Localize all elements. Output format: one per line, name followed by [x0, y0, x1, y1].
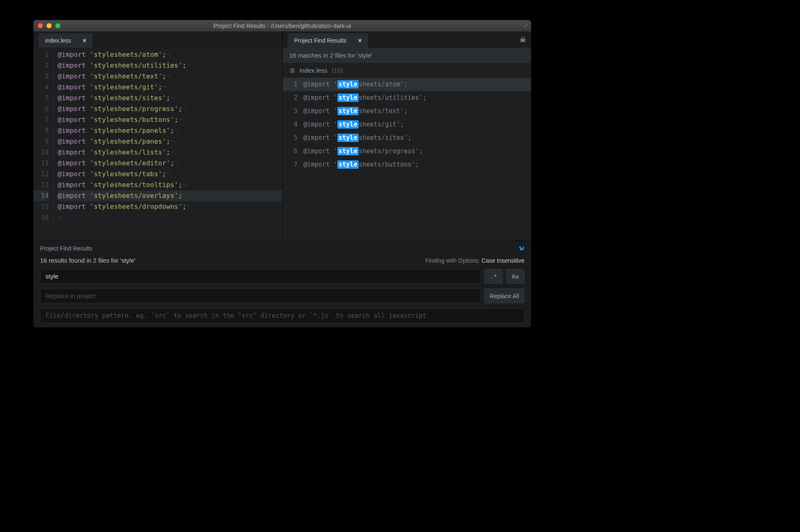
app-window: Project Find Results - /Users/ben/github… — [33, 20, 531, 327]
line-number: 4 — [33, 82, 49, 93]
results-file-count: (15) — [332, 67, 343, 74]
tab-title: Project Find Results — [294, 37, 347, 44]
find-options-label: Finding with Options: Case Insensitive — [425, 257, 524, 264]
line-number: 16 — [33, 212, 49, 223]
line-number: 5 — [33, 93, 49, 104]
result-row[interactable]: 6@import 'stylesheets/progress'; — [283, 144, 532, 158]
find-panel: Project Find Results 🐿 16 results found … — [33, 241, 531, 327]
line-number: 9 — [33, 136, 49, 147]
zoom-window-button[interactable] — [55, 23, 61, 28]
result-row[interactable]: 7@import 'stylesheets/buttons'; — [283, 158, 532, 171]
code-line[interactable]: @import 'stylesheets/panes';¬ — [58, 136, 282, 147]
code-body[interactable]: @import 'stylesheets/atom';¬@import 'sty… — [53, 48, 282, 241]
split-pane: index.less × 12345678910111213141516 @im… — [33, 32, 531, 241]
replace-all-button[interactable]: Replace All — [484, 289, 524, 303]
line-number: 8 — [33, 125, 49, 136]
line-number: 3 — [33, 71, 49, 82]
search-input[interactable] — [40, 269, 481, 284]
line-number: 2 — [33, 60, 49, 71]
line-number-gutter: 12345678910111213141516 — [33, 48, 53, 241]
line-number: 13 — [33, 180, 49, 190]
close-icon[interactable]: × — [83, 37, 86, 44]
result-line-number: 4 — [289, 121, 298, 128]
result-text: @import 'stylesheets/git'; — [304, 121, 404, 128]
result-text: @import 'stylesheets/text'; — [304, 107, 408, 115]
tab-index-less[interactable]: index.less × — [38, 33, 93, 48]
result-text: @import 'stylesheets/progress'; — [304, 147, 423, 155]
results-file-header[interactable]: 🗎 index.less (15) — [283, 63, 532, 78]
minimize-window-button[interactable] — [46, 23, 52, 28]
close-window-button[interactable] — [38, 23, 43, 28]
titlebar[interactable]: Project Find Results - /Users/ben/github… — [33, 20, 531, 32]
code-line[interactable]: @import 'stylesheets/atom';¬ — [58, 49, 282, 60]
tab-title: index.less — [45, 37, 71, 44]
code-line[interactable]: @import 'stylesheets/panels';¬ — [58, 125, 282, 136]
code-editor[interactable]: 12345678910111213141516 @import 'stylesh… — [33, 48, 282, 241]
regex-toggle-button[interactable]: .* — [484, 269, 503, 284]
results-pane: Project Find Results × ☠ 16 matches in 2… — [283, 32, 532, 241]
case-toggle-button[interactable]: Aa — [506, 269, 524, 284]
line-number: 7 — [33, 114, 49, 125]
results-file-name: index.less — [300, 67, 328, 74]
results-summary: 16 matches in 2 files for 'style' — [283, 48, 532, 63]
line-number: 14 — [33, 190, 49, 201]
code-line[interactable]: @import 'stylesheets/overlays';¬ — [58, 190, 282, 201]
maximize-icon[interactable]: ⤢ — [524, 23, 528, 29]
code-line[interactable]: @import 'stylesheets/utilities';¬ — [58, 60, 282, 71]
code-line[interactable]: @import 'stylesheets/dropdowns';¬ — [58, 201, 282, 212]
squirrel-icon[interactable]: 🐿 — [519, 245, 524, 252]
code-line[interactable]: @import 'stylesheets/git';¬ — [58, 82, 282, 93]
find-panel-title: Project Find Results — [40, 245, 92, 252]
find-results-count: 16 results found in 2 files for 'style' — [40, 257, 135, 264]
line-number: 12 — [33, 169, 49, 180]
skull-icon[interactable]: ☠ — [519, 35, 526, 44]
result-line-number: 5 — [289, 134, 298, 142]
result-row[interactable]: 3@import 'stylesheets/text'; — [283, 104, 532, 118]
result-row[interactable]: 4@import 'stylesheets/git'; — [283, 118, 532, 131]
result-line-number: 6 — [289, 147, 298, 155]
line-number: 6 — [33, 104, 49, 114]
result-list: 1@import 'stylesheets/atom';2@import 'st… — [283, 78, 532, 241]
line-number: 10 — [33, 147, 49, 158]
result-line-number: 1 — [289, 81, 298, 88]
code-line[interactable]: @import 'stylesheets/tooltips';¬ — [58, 180, 282, 190]
line-number: 1 — [33, 49, 49, 60]
result-text: @import 'stylesheets/utilities'; — [304, 94, 427, 101]
result-text: @import 'stylesheets/buttons'; — [304, 161, 419, 168]
code-line[interactable]: @import 'stylesheets/sites';¬ — [58, 93, 282, 104]
code-line[interactable]: @import 'stylesheets/progress';¬ — [58, 104, 282, 114]
line-number: 15 — [33, 201, 49, 212]
editor-pane: index.less × 12345678910111213141516 @im… — [33, 32, 283, 241]
code-line[interactable]: @import 'stylesheets/lists';¬ — [58, 147, 282, 158]
line-number: 11 — [33, 158, 49, 169]
replace-input[interactable] — [40, 289, 481, 303]
code-line[interactable]: @import 'stylesheets/editor';¬ — [58, 158, 282, 169]
tab-bar-right: Project Find Results × ☠ — [283, 32, 532, 48]
tab-bar-left: index.less × — [33, 32, 282, 48]
result-row[interactable]: 5@import 'stylesheets/sites'; — [283, 131, 532, 144]
result-row[interactable]: 2@import 'stylesheets/utilities'; — [283, 91, 532, 104]
result-line-number: 2 — [289, 94, 298, 101]
result-line-number: 7 — [289, 161, 298, 168]
code-line[interactable]: @import 'stylesheets/tabs';¬ — [58, 169, 282, 180]
code-line[interactable]: @import 'stylesheets/buttons';¬ — [58, 114, 282, 125]
result-text: @import 'stylesheets/atom'; — [304, 81, 408, 88]
code-line[interactable]: ¬ — [58, 212, 282, 223]
result-text: @import 'stylesheets/sites'; — [304, 134, 412, 142]
result-row[interactable]: 1@import 'stylesheets/atom'; — [283, 78, 532, 91]
path-filter-input[interactable] — [40, 308, 524, 323]
code-line[interactable]: @import 'stylesheets/text';¬ — [58, 71, 282, 82]
tab-find-results[interactable]: Project Find Results × — [288, 33, 368, 48]
traffic-lights — [33, 23, 61, 28]
result-line-number: 3 — [289, 107, 298, 115]
close-icon[interactable]: × — [358, 37, 362, 44]
file-icon: 🗎 — [289, 67, 296, 74]
window-title: Project Find Results - /Users/ben/github… — [213, 23, 351, 29]
